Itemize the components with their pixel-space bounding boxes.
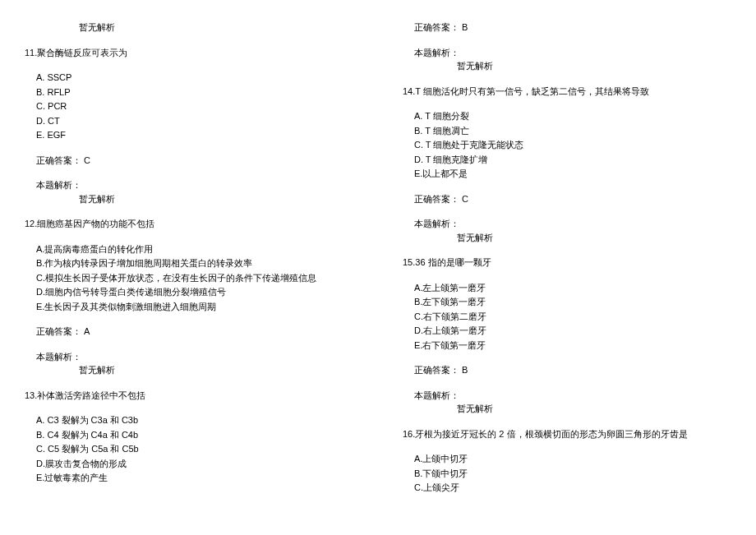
q12-option-a: A.提高病毒癌蛋白的转化作用	[36, 242, 353, 256]
page: 暂无解析 11.聚合酶链反应可表示为 A. SSCP B. RFLP C. PC…	[0, 0, 756, 535]
q14-option-a: A. T 细胞分裂	[414, 109, 731, 123]
q15-stem: 15.36 指的是哪一颗牙	[403, 256, 731, 270]
q15-option-c: C.右下颌第二磨牙	[414, 310, 731, 324]
q11-stem: 11.聚合酶链反应可表示为	[25, 46, 353, 60]
q14-option-d: D. T 细胞克隆扩增	[414, 153, 731, 167]
q12-option-e: E.生长因子及其类似物刺激细胞进入细胞周期	[36, 300, 353, 314]
q14-answer: 正确答案： C	[414, 192, 731, 206]
q12-analysis-body: 暂无解析	[79, 363, 353, 377]
top-analysis-body: 暂无解析	[457, 59, 731, 73]
q15-option-a: A.左上颌第一磨牙	[414, 281, 731, 295]
q15-answer: 正确答案： B	[414, 363, 731, 377]
q14-analysis-label: 本题解析：	[414, 217, 731, 231]
q13-stem: 13.补体激活旁路途径中不包括	[25, 389, 353, 403]
q12-option-c: C.模拟生长因子受体开放状态，在没有生长因子的条件下传递增殖信息	[36, 271, 353, 285]
q14-option-c: C. T 细胞处于克隆无能状态	[414, 138, 731, 152]
q13-option-d: D.膜攻击复合物的形成	[36, 457, 353, 471]
top-answer: 正确答案： B	[414, 21, 731, 35]
q12-option-b: B.作为核内转录因子增加细胞周期相关蛋白的转录效率	[36, 256, 353, 270]
q15-analysis-body: 暂无解析	[457, 402, 731, 416]
q13-option-b: B. C4 裂解为 C4a 和 C4b	[36, 428, 353, 442]
q15-option-e: E.右下颌第一磨牙	[414, 339, 731, 353]
q14-analysis-body: 暂无解析	[457, 231, 731, 245]
question-14: 14.T 细胞活化时只有第一信号，缺乏第二信号，其结果将导致 A. T 细胞分裂…	[403, 85, 731, 245]
q16-options: A.上颌中切牙 B.下颌中切牙 C.上颌尖牙	[414, 452, 731, 495]
q11-option-b: B. RFLP	[36, 85, 353, 99]
q16-option-a: A.上颌中切牙	[414, 452, 731, 466]
q11-options: A. SSCP B. RFLP C. PCR D. CT E. EGF	[36, 71, 353, 142]
q12-option-d: D.细胞内信号转导蛋白类传递细胞分裂增殖信号	[36, 285, 353, 299]
q16-option-b: B.下颌中切牙	[414, 467, 731, 481]
q11-option-c: C. PCR	[36, 99, 353, 113]
question-13: 13.补体激活旁路途径中不包括 A. C3 裂解为 C3a 和 C3b B. C…	[25, 389, 353, 485]
q14-option-b: B. T 细胞凋亡	[414, 124, 731, 138]
q11-option-e: E. EGF	[36, 128, 353, 142]
left-column: 暂无解析 11.聚合酶链反应可表示为 A. SSCP B. RFLP C. PC…	[0, 0, 378, 535]
q15-analysis-label: 本题解析：	[414, 389, 731, 403]
q12-stem: 12.细胞癌基因产物的功能不包括	[25, 217, 353, 231]
q12-analysis-label: 本题解析：	[36, 350, 353, 364]
question-12: 12.细胞癌基因产物的功能不包括 A.提高病毒癌蛋白的转化作用 B.作为核内转录…	[25, 217, 353, 377]
q11-answer: 正确答案： C	[36, 154, 353, 168]
q11-option-a: A. SSCP	[36, 71, 353, 85]
q14-options: A. T 细胞分裂 B. T 细胞凋亡 C. T 细胞处于克隆无能状态 D. T…	[414, 109, 731, 181]
q11-option-d: D. CT	[36, 114, 353, 128]
question-11: 11.聚合酶链反应可表示为 A. SSCP B. RFLP C. PCR D. …	[25, 46, 353, 206]
q16-stem: 16.牙根为接近牙冠长的 2 倍，根颈横切面的形态为卵圆三角形的牙齿是	[403, 427, 731, 441]
q16-option-c: C.上颌尖牙	[414, 481, 731, 495]
q13-option-e: E.过敏毒素的产生	[36, 471, 353, 485]
q15-option-d: D.右上颌第一磨牙	[414, 324, 731, 338]
analysis-none-top: 暂无解析	[79, 21, 353, 35]
q13-option-c: C. C5 裂解为 C5a 和 C5b	[36, 442, 353, 456]
q13-options: A. C3 裂解为 C3a 和 C3b B. C4 裂解为 C4a 和 C4b …	[36, 413, 353, 485]
q12-answer: 正确答案： A	[36, 325, 353, 339]
q13-option-a: A. C3 裂解为 C3a 和 C3b	[36, 413, 353, 427]
top-analysis-label: 本题解析：	[414, 46, 731, 60]
q14-option-e: E.以上都不是	[414, 167, 731, 181]
question-16: 16.牙根为接近牙冠长的 2 倍，根颈横切面的形态为卵圆三角形的牙齿是 A.上颌…	[403, 427, 731, 495]
q15-option-b: B.左下颌第一磨牙	[414, 295, 731, 309]
q12-options: A.提高病毒癌蛋白的转化作用 B.作为核内转录因子增加细胞周期相关蛋白的转录效率…	[36, 242, 353, 314]
right-column: 正确答案： B 本题解析： 暂无解析 14.T 细胞活化时只有第一信号，缺乏第二…	[378, 0, 756, 535]
q14-stem: 14.T 细胞活化时只有第一信号，缺乏第二信号，其结果将导致	[403, 85, 731, 99]
q11-analysis-label: 本题解析：	[36, 178, 353, 192]
q11-analysis-body: 暂无解析	[79, 192, 353, 206]
question-15: 15.36 指的是哪一颗牙 A.左上颌第一磨牙 B.左下颌第一磨牙 C.右下颌第…	[403, 256, 731, 416]
q15-options: A.左上颌第一磨牙 B.左下颌第一磨牙 C.右下颌第二磨牙 D.右上颌第一磨牙 …	[414, 281, 731, 353]
